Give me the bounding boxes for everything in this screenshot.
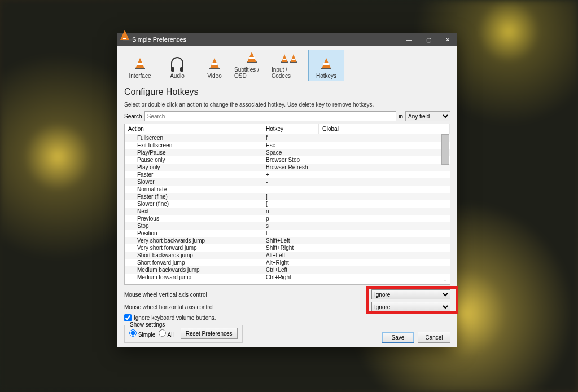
table-row[interactable]: Nextn bbox=[125, 208, 450, 215]
hint-text: Select or double click an action to chan… bbox=[124, 102, 450, 108]
cell-global bbox=[319, 178, 450, 186]
cell-action: Normal rate bbox=[125, 186, 262, 193]
cell-hotkey: Ctrl+Right bbox=[262, 274, 319, 281]
cell-hotkey: - bbox=[262, 178, 319, 186]
table-row[interactable]: Stops bbox=[125, 222, 450, 230]
table-row[interactable]: Positiont bbox=[125, 230, 450, 237]
cell-hotkey: t bbox=[262, 230, 319, 237]
tab-label: Subtitles / OSD bbox=[234, 67, 269, 79]
table-row[interactable]: Short forward jumpAlt+Right bbox=[125, 259, 450, 266]
cell-action: Short backwards jump bbox=[125, 252, 262, 259]
cell-hotkey: s bbox=[262, 222, 319, 230]
radio-simple[interactable]: Simple bbox=[129, 329, 155, 338]
cell-hotkey: [ bbox=[262, 200, 319, 208]
table-row[interactable]: Faster+ bbox=[125, 171, 450, 178]
cell-global bbox=[319, 274, 450, 281]
tab-label: Audio bbox=[170, 73, 185, 79]
cell-global bbox=[319, 252, 450, 259]
cell-action: Medium backwards jump bbox=[125, 266, 262, 274]
minimize-button[interactable]: — bbox=[400, 33, 419, 46]
tab-audio[interactable]: Audio bbox=[159, 50, 195, 81]
cell-hotkey: Ctrl+Left bbox=[262, 266, 319, 274]
mouse-vertical-select[interactable]: Ignore bbox=[371, 289, 450, 299]
page-title: Configure Hotkeys bbox=[124, 87, 450, 97]
table-row[interactable]: Slower (fine)[ bbox=[125, 200, 450, 208]
search-in-label: in bbox=[399, 113, 403, 120]
table-body[interactable]: FullscreenfExit fullscreenEscPlay/PauseS… bbox=[125, 134, 450, 283]
scroll-down-icon[interactable]: ⌄ bbox=[441, 276, 449, 284]
cell-hotkey: Browser Refresh bbox=[262, 164, 319, 171]
mouse-controls: Mouse wheel vertical axis control Ignore… bbox=[124, 289, 450, 321]
cell-global bbox=[319, 134, 450, 142]
mouse-horizontal-label: Mouse wheel horizontal axis control bbox=[124, 304, 371, 310]
save-button[interactable]: Save bbox=[382, 332, 414, 343]
cone-icon bbox=[245, 50, 259, 64]
titlebar[interactable]: Simple Preferences — ▢ ✕ bbox=[117, 33, 457, 46]
table-row[interactable]: Medium forward jumpCtrl+Right bbox=[125, 274, 450, 281]
cell-hotkey: Esc bbox=[262, 142, 319, 149]
col-global-header[interactable]: Global bbox=[319, 124, 450, 134]
cell-global bbox=[319, 171, 450, 178]
cell-hotkey: Shift+Right bbox=[262, 244, 319, 252]
scrollbar-thumb[interactable] bbox=[441, 134, 449, 165]
cell-global bbox=[319, 142, 450, 149]
cell-action: Short forward jump bbox=[125, 259, 262, 266]
hotkey-table: Action Hotkey Global FullscreenfExit ful… bbox=[124, 124, 450, 285]
table-row[interactable]: Normal rate= bbox=[125, 186, 450, 193]
table-row[interactable]: Play/PauseSpace bbox=[125, 149, 450, 156]
cell-global bbox=[319, 266, 450, 274]
cell-action: Play/Pause bbox=[125, 149, 262, 156]
maximize-button[interactable]: ▢ bbox=[419, 33, 438, 46]
tab-label: Input / Codecs bbox=[272, 67, 306, 79]
cancel-button[interactable]: Cancel bbox=[418, 332, 450, 343]
table-row[interactable]: Short backwards jumpAlt+Left bbox=[125, 252, 450, 259]
radio-all[interactable]: All bbox=[159, 329, 173, 338]
tab-interface[interactable]: Interface bbox=[122, 50, 158, 81]
search-label: Search bbox=[124, 113, 142, 120]
cell-hotkey: Shift+Left bbox=[262, 237, 319, 244]
headphones-icon bbox=[171, 57, 183, 69]
cell-action: Stop bbox=[125, 222, 262, 230]
cone-icon bbox=[319, 56, 333, 71]
table-row[interactable]: Pause onlyBrowser Stop bbox=[125, 156, 450, 164]
tab-subtitles[interactable]: Subtitles / OSD bbox=[234, 50, 270, 81]
cell-hotkey: + bbox=[262, 171, 319, 178]
tab-video[interactable]: Video bbox=[196, 50, 233, 81]
cell-action: Medium forward jump bbox=[125, 274, 262, 281]
cone-icon bbox=[133, 56, 147, 71]
cell-action: Very short backwards jump bbox=[125, 237, 262, 244]
tab-input-codecs[interactable]: Input / Codecs bbox=[271, 50, 307, 81]
cell-hotkey: = bbox=[262, 186, 319, 193]
vlc-app-icon bbox=[121, 36, 129, 43]
cell-global bbox=[319, 259, 450, 266]
cell-global bbox=[319, 230, 450, 237]
cell-hotkey: f bbox=[262, 134, 319, 142]
table-row[interactable]: Previousp bbox=[125, 215, 450, 222]
ignore-kb-row: Ignore keyboard volume buttons. bbox=[124, 314, 450, 321]
cell-global bbox=[319, 215, 450, 222]
table-row[interactable]: Exit fullscreenEsc bbox=[125, 142, 450, 149]
table-row[interactable]: Play onlyBrowser Refresh bbox=[125, 164, 450, 171]
cell-hotkey: Browser Stop bbox=[262, 156, 319, 164]
cell-hotkey: Alt+Left bbox=[262, 252, 319, 259]
table-row[interactable]: Medium backwards jumpCtrl+Left bbox=[125, 266, 450, 274]
mouse-horizontal-select[interactable]: Ignore bbox=[371, 302, 450, 312]
cell-action: Next bbox=[125, 208, 262, 215]
tab-hotkeys[interactable]: Hotkeys bbox=[308, 50, 344, 81]
cell-hotkey: ] bbox=[262, 193, 319, 200]
reset-preferences-button[interactable]: Reset Preferences bbox=[181, 328, 238, 339]
cell-action: Faster bbox=[125, 171, 262, 178]
col-hotkey-header[interactable]: Hotkey bbox=[262, 124, 319, 134]
table-row[interactable]: Faster (fine)] bbox=[125, 193, 450, 200]
cell-action: Slower bbox=[125, 178, 262, 186]
table-row[interactable]: Fullscreenf bbox=[125, 134, 450, 142]
table-row[interactable]: Very short forward jumpShift+Right bbox=[125, 244, 450, 252]
search-input[interactable] bbox=[144, 111, 397, 121]
ignore-kb-checkbox[interactable] bbox=[124, 314, 132, 321]
table-row[interactable]: Slower- bbox=[125, 178, 450, 186]
table-row[interactable]: Very short backwards jumpShift+Left bbox=[125, 237, 450, 244]
col-action-header[interactable]: Action bbox=[125, 124, 262, 134]
close-button[interactable]: ✕ bbox=[438, 33, 457, 46]
search-field-select[interactable]: Any field bbox=[405, 111, 450, 121]
cell-action: Pause only bbox=[125, 156, 262, 164]
